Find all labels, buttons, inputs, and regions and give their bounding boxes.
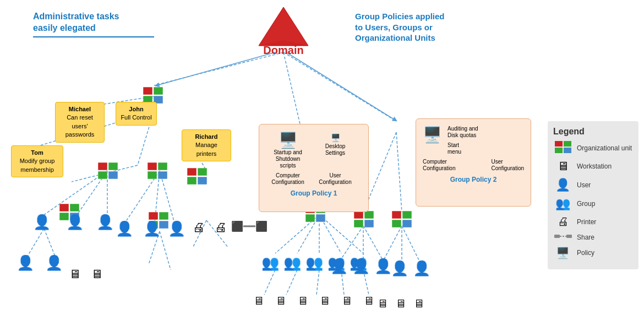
info-box-tom: Tom Modify groupmembership xyxy=(11,145,63,177)
legend-user-icon: 👤 xyxy=(553,178,572,192)
svg-rect-83 xyxy=(555,141,563,147)
printer-icon-1: 🖨 xyxy=(193,220,205,235)
svg-line-28 xyxy=(341,226,363,259)
svg-rect-63 xyxy=(149,212,158,220)
user-icon-4: 👤 xyxy=(17,254,34,272)
john-name: John xyxy=(121,105,152,113)
user-icon-2: 👤 xyxy=(66,214,84,231)
user-icon-7: 👤 xyxy=(143,220,161,237)
svg-rect-49 xyxy=(98,171,107,179)
svg-rect-74 xyxy=(316,214,325,222)
info-box-michael: Michael Can resetusers'passwords xyxy=(55,102,105,143)
richard-name: Richard xyxy=(187,133,226,141)
computer-gp-3: 🖥 xyxy=(297,295,308,307)
computer-gp-2: 🖥 xyxy=(275,295,286,307)
legend-policy-icon: 🖥️ xyxy=(553,246,572,259)
user-gp2-1: 👤 xyxy=(330,258,348,275)
john-role: Full Control xyxy=(121,113,152,122)
legend-share-icon xyxy=(553,232,572,242)
svg-rect-44 xyxy=(154,87,163,95)
michael-role: Can resetusers'passwords xyxy=(60,113,100,139)
svg-line-35 xyxy=(286,270,297,295)
svg-line-12 xyxy=(44,229,55,256)
section-title-right: Group Policies appliedto Users, Groups o… xyxy=(355,11,498,44)
legend-item-group: 👥 Group xyxy=(553,197,633,211)
svg-line-0 xyxy=(154,52,283,85)
user-icon-5: 👤 xyxy=(45,254,63,272)
svg-rect-81 xyxy=(392,220,401,227)
legend-item-printer: 🖨 Printer xyxy=(553,215,633,228)
svg-rect-48 xyxy=(108,162,118,170)
comp-br-1: 🖥 xyxy=(377,297,388,310)
share-icon: ⬛━━⬛ xyxy=(231,220,268,232)
ou-icon-tom-level xyxy=(98,162,118,179)
svg-rect-73 xyxy=(305,214,315,222)
svg-rect-58 xyxy=(158,171,167,179)
svg-rect-57 xyxy=(148,171,157,179)
group-icon-1: 👥 xyxy=(261,254,279,272)
computer-gp-6: 🖥 xyxy=(363,295,374,307)
computer-icon-1: 🖥 xyxy=(69,267,81,281)
svg-line-36 xyxy=(316,270,319,295)
svg-rect-47 xyxy=(98,162,107,170)
ou-icon-right-center xyxy=(148,162,167,179)
legend-item-user: 👤 User xyxy=(553,178,633,192)
svg-line-2 xyxy=(283,52,300,124)
legend-item-ou: Organizational unit xyxy=(553,141,633,155)
user-gp2-4: 👤 xyxy=(391,260,408,277)
computer-gp-4: 🖥 xyxy=(319,295,330,307)
group-icon-3: 👥 xyxy=(305,254,323,272)
info-box-john: John Full Control xyxy=(116,102,157,126)
richard-role: Manageprinters xyxy=(187,141,226,158)
user-icon-6: 👤 xyxy=(116,220,133,237)
svg-rect-75 xyxy=(354,211,363,219)
domain-container: Domain xyxy=(248,4,319,57)
legend-ou-label: Organizational unit xyxy=(577,144,632,152)
svg-rect-84 xyxy=(564,141,571,147)
svg-rect-89 xyxy=(566,235,572,238)
group-icon-2: 👥 xyxy=(283,254,301,272)
svg-rect-59 xyxy=(187,168,197,176)
legend-item-policy: 🖥️ Policy xyxy=(553,246,633,259)
svg-line-27 xyxy=(396,132,402,212)
svg-rect-60 xyxy=(198,168,207,176)
legend-title: Legend xyxy=(553,127,633,137)
ou-icon-richard xyxy=(187,168,207,185)
comp-br-3: 🖥 xyxy=(413,297,424,310)
svg-rect-80 xyxy=(402,211,412,219)
svg-rect-79 xyxy=(392,211,401,219)
svg-rect-52 xyxy=(70,204,79,211)
svg-line-39 xyxy=(157,52,275,85)
svg-line-11 xyxy=(28,229,44,256)
user-icon-3: 👤 xyxy=(96,214,114,231)
legend-workstation-icon: 🖥 xyxy=(553,159,572,173)
ou-icon-gp2-2 xyxy=(392,211,412,227)
tom-name: Tom xyxy=(16,149,58,157)
legend-ou-icon xyxy=(553,141,572,155)
legend-workstation-label: Workstation xyxy=(577,162,612,170)
gp1-label: Group Policy 1 xyxy=(264,189,364,197)
svg-rect-76 xyxy=(364,211,374,219)
svg-rect-87 xyxy=(554,235,560,238)
legend-box: Legend Organizational unit 🖥 Workstation… xyxy=(548,121,638,269)
printer-icon-2: 🖨 xyxy=(215,220,227,235)
michael-name: Michael xyxy=(60,105,100,113)
svg-rect-86 xyxy=(564,148,571,153)
legend-policy-label: Policy xyxy=(577,249,594,257)
user-gp2-3: 👤 xyxy=(374,258,392,275)
svg-rect-50 xyxy=(108,171,118,179)
user-gp2-2: 👤 xyxy=(352,258,370,275)
svg-rect-82 xyxy=(402,220,412,227)
user-gp2-5: 👤 xyxy=(413,260,430,277)
svg-line-34 xyxy=(264,270,275,295)
svg-rect-55 xyxy=(148,162,157,170)
ou-icon-gp2-1 xyxy=(354,211,374,227)
info-box-richard: Richard Manageprinters xyxy=(182,129,231,161)
legend-user-label: User xyxy=(577,181,591,189)
legend-printer-icon: 🖨 xyxy=(553,215,572,228)
svg-rect-77 xyxy=(354,220,363,227)
svg-rect-56 xyxy=(158,162,167,170)
svg-rect-43 xyxy=(143,87,152,95)
legend-share-label: Share xyxy=(577,234,594,241)
section-title-left: Administrative tasks easily elegated xyxy=(33,11,154,37)
